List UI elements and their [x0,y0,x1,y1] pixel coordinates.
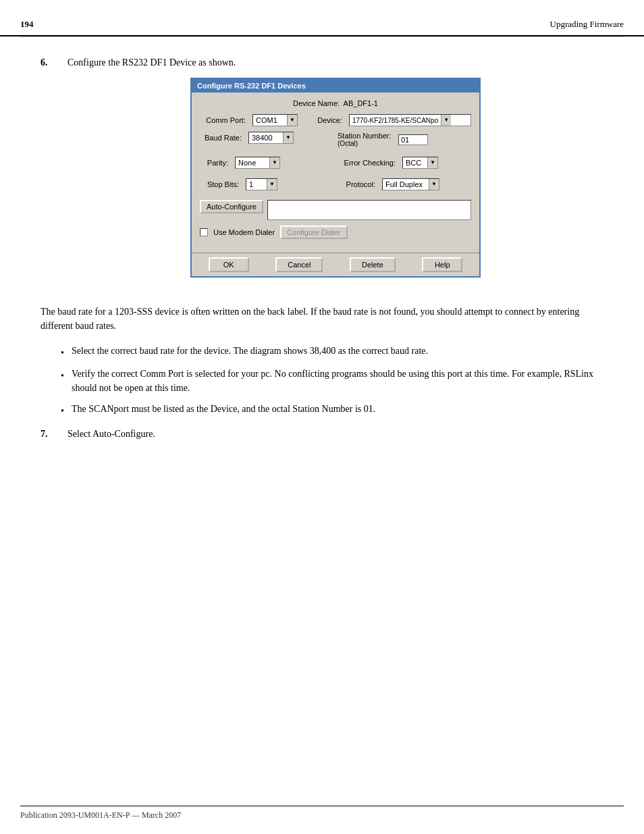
bullet-text-1: Select the correct baud rate for the dev… [72,344,428,360]
protocol-arrow[interactable]: ▼ [429,179,439,190]
device-name-label: Device Name: [293,99,340,107]
stopbits-protocol-row: Stop Bits: 1 ▼ Protoco [200,178,471,196]
bullet-item-3: • The SCANport must be listed as the Dev… [61,402,603,418]
step-7-number: 7. [41,429,68,449]
stop-bits-arrow[interactable]: ▼ [267,179,277,190]
page-number: 194 [20,19,34,30]
auto-configure-button[interactable]: Auto-Configure [200,200,263,213]
device-label: Device: [311,116,342,124]
baud-station-row: Baud Rate: 38400 ▼ [200,132,471,153]
header-title: Upgrading Firmware [550,19,624,30]
error-checking-value: BCC [403,158,427,167]
parity-value: None [236,158,269,167]
page-container: 194 Upgrading Firmware 6. Configure the … [0,0,644,834]
baud-rate-value: 38400 [249,133,283,142]
page-footer: Publication 2093-UM001A-EN-P — March 200… [20,806,624,820]
baud-rate-label: Baud Rate: [200,134,242,142]
comm-device-row: Comm Port: COM1 ▼ Device: 1770-KF2/1785-… [200,114,471,126]
page-header: 194 Upgrading Firmware [0,14,644,36]
parity-row: Parity: None ▼ [200,157,333,169]
device-name-row: Device Name: AB_DF1-1 [200,99,471,107]
error-checking-row: Error Checking: BCC ▼ [338,157,471,169]
use-modem-label: Use Modem Dialer [213,228,275,236]
station-number-input[interactable]: 01 [398,134,428,145]
step-6: 6. Configure the RS232 DF1 Device as sho… [41,57,603,291]
device-arrow[interactable]: ▼ [441,115,451,126]
configure-dialer-button[interactable]: Configure Dialer [280,226,347,239]
configure-dialog: Configure RS-232 DF1 Devices Device Name… [190,78,481,278]
parity-select[interactable]: None ▼ [235,157,280,169]
help-button[interactable]: Help [422,257,462,272]
stop-bits-select[interactable]: 1 ▼ [246,178,277,190]
auto-configure-row: Auto-Configure [200,200,471,220]
modem-dialer-row: Use Modem Dialer Configure Dialer [200,226,471,239]
baud-rate-row: Baud Rate: 38400 ▼ [200,132,333,144]
protocol-label: Protocol: [338,180,375,188]
stop-bits-label: Stop Bits: [200,180,239,188]
body-paragraph: The baud rate for a 1203-SSS device is o… [41,305,603,333]
device-name-value: AB_DF1-1 [344,99,378,107]
main-content: 6. Configure the RS232 DF1 Device as sho… [0,37,644,483]
footer-text: Publication 2093-UM001A-EN-P — March 200… [20,810,181,820]
parity-col: Parity: None ▼ [200,157,333,174]
protocol-select[interactable]: Full Duplex ▼ [382,178,439,190]
error-checking-label: Error Checking: [338,159,396,167]
error-checking-select[interactable]: BCC ▼ [402,157,438,169]
dialog-wrapper: Configure RS-232 DF1 Devices Device Name… [68,78,603,278]
step-6-content: Configure the RS232 DF1 Device as shown.… [68,57,603,291]
bullet-list: • Select the correct baud rate for the d… [61,344,603,418]
bullet-text-2: Verify the correct Comm Port is selected… [72,367,603,395]
bullet-dot-1: • [61,346,66,360]
station-row: Station Number: (Octal) 01 [338,132,471,147]
cancel-button[interactable]: Cancel [275,257,323,272]
baud-col: Baud Rate: 38400 ▼ [200,132,333,153]
stop-bits-row: Stop Bits: 1 ▼ [200,178,333,190]
delete-button[interactable]: Delete [350,257,396,272]
comm-port-arrow[interactable]: ▼ [287,115,297,126]
step-7: 7. Select Auto-Configure. [41,429,603,449]
error-col: Error Checking: BCC ▼ [338,157,471,174]
bullet-item-1: • Select the correct baud rate for the d… [61,344,603,360]
device-select[interactable]: 1770-KF2/1785-KE/SCANpo ▼ [349,114,471,126]
station-number-label: Station Number: (Octal) [338,132,392,147]
stop-bits-value: 1 [246,180,267,189]
baud-rate-arrow[interactable]: ▼ [283,132,293,143]
auto-configure-textbox [267,200,471,220]
parity-label: Parity: [200,159,228,167]
step-6-number: 6. [41,57,68,291]
comm-port-label: Comm Port: [200,116,246,124]
parity-arrow[interactable]: ▼ [269,157,279,168]
device-value: 1770-KF2/1785-KE/SCANpo [350,116,441,125]
protocol-row: Protocol: Full Duplex ▼ [338,178,471,190]
station-col: Station Number: (Octal) 01 [338,132,471,153]
baud-rate-select[interactable]: 38400 ▼ [248,132,294,144]
protocol-col: Protocol: Full Duplex ▼ [338,178,471,196]
protocol-value: Full Duplex [383,180,429,189]
step-7-text: Select Auto-Configure. [68,429,603,440]
dialog-titlebar: Configure RS-232 DF1 Devices [192,79,479,93]
parity-error-row: Parity: None ▼ Error C [200,157,471,174]
step-6-text: Configure the RS232 DF1 Device as shown. [68,57,603,68]
comm-port-value: COM1 [253,115,287,125]
bullet-dot-3: • [61,404,66,418]
dialog-inner: Device Name: AB_DF1-1 Comm Port: COM1 ▼ [192,93,479,253]
ok-button[interactable]: OK [209,257,249,272]
stopbits-col: Stop Bits: 1 ▼ [200,178,333,196]
comm-port-select[interactable]: COM1 ▼ [252,114,298,126]
use-modem-checkbox[interactable] [200,228,208,236]
bullet-text-3: The SCANport must be listed as the Devic… [72,402,375,418]
dialog-buttons: OK Cancel Delete Help [192,253,479,276]
step-7-content: Select Auto-Configure. [68,429,603,449]
bullet-dot-2: • [61,369,66,395]
bullet-item-2: • Verify the correct Comm Port is select… [61,367,603,395]
error-checking-arrow[interactable]: ▼ [427,157,437,168]
